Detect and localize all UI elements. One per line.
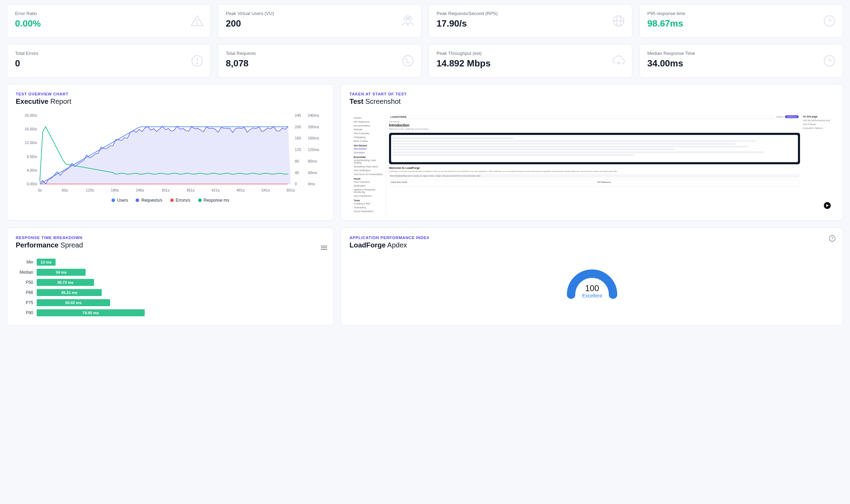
metric-value: 8,078 <box>226 58 413 69</box>
perf-row: P7550.92 ms <box>16 297 325 308</box>
metric-value: 0 <box>15 58 203 69</box>
svg-text:240ms: 240ms <box>308 113 319 117</box>
mini-side-item: Test Verification <box>354 168 384 172</box>
mini-tile: API Reference <box>596 180 800 187</box>
executive-chart[interactable]: 20.00/s16.00/s12.00/s8.00/s4.00/s0.00/s … <box>16 112 325 203</box>
mini-side-item: Documentation <box>354 124 384 128</box>
mini-tile: Quick Start Guide <box>389 180 593 187</box>
svg-text:361s: 361s <box>186 188 195 192</box>
perf-bar[interactable]: 45.21 ms <box>37 289 102 296</box>
panel-title: Performance Spread <box>16 241 325 249</box>
perf-bar[interactable]: 74.95 ms <box>37 309 145 316</box>
mini-sub: Welcome to the LoadForge documentation. <box>389 128 800 130</box>
svg-marker-50 <box>826 204 829 207</box>
mini-side-item: Book a demo <box>354 139 384 143</box>
svg-text:541s: 541s <box>261 188 270 192</box>
metric-value: 200 <box>226 18 413 29</box>
perf-row-label: Min <box>16 260 37 265</box>
metric-value: 0.00% <box>15 18 203 29</box>
apdex-gauge: 100 Excellent <box>350 256 834 305</box>
mini-side-item: Scheduling <box>354 206 384 209</box>
mini-side-item: Website <box>354 128 384 131</box>
mini-side-item: API Reference <box>354 120 384 124</box>
perf-row-label: P50 <box>16 280 37 285</box>
legend-item[interactable]: Requests/s <box>136 198 162 203</box>
clock-icon <box>822 14 836 28</box>
metric-value: 17.90/s <box>437 18 624 29</box>
svg-text:240: 240 <box>295 113 301 117</box>
clock-icon <box>822 54 836 68</box>
executive-report-panel: TEST OVERVIEW CHART Executive Report 20.… <box>7 84 334 221</box>
mini-side-item: Creating a Test <box>354 202 384 206</box>
performance-bar-chart[interactable]: Min13 msMedian34 msP5039.73 msP6645.21 m… <box>16 257 325 318</box>
svg-text:?: ? <box>831 236 833 240</box>
mini-logo: LOADFORGE <box>390 116 406 118</box>
apdex-panel: APPLICATION PERFORMANCE INDEX LoadForge … <box>341 228 843 326</box>
perf-row-label: P66 <box>16 290 37 295</box>
metric-label: Peak Virtual Users (VU) <box>226 11 413 16</box>
mini-side-item: Verification <box>354 184 384 188</box>
perf-bar[interactable]: 13 ms <box>37 259 56 266</box>
test-screenshot-panel: TAKEN AT START OF TEST Test Screenshot G… <box>341 84 843 221</box>
mini-side-item: Quickstart <box>354 151 384 154</box>
svg-text:481s: 481s <box>237 188 245 192</box>
panel-title: Executive Report <box>16 98 325 106</box>
svg-text:120: 120 <box>295 147 301 152</box>
svg-text:40ms: 40ms <box>308 171 317 175</box>
svg-text:160ms: 160ms <box>308 136 319 140</box>
legend-item[interactable]: Errors/s <box>170 198 190 203</box>
svg-text:12.00/s: 12.00/s <box>25 141 37 145</box>
svg-text:80ms: 80ms <box>308 159 317 163</box>
metric-card: Peak Virtual Users (VU)200 <box>218 4 422 38</box>
metric-label: P95 response time <box>647 11 835 16</box>
svg-text:0: 0 <box>295 182 297 186</box>
perf-row-label: P90 <box>16 310 37 315</box>
perf-bar[interactable]: 39.73 ms <box>37 279 94 286</box>
mini-dashboard: Dashboard <box>785 115 799 118</box>
svg-text:60s: 60s <box>62 188 68 192</box>
mini-side-item: Introduction <box>354 147 384 151</box>
svg-text:0s: 0s <box>38 188 42 192</box>
metric-label: Peak Throughput (est) <box>437 51 624 56</box>
globe-icon <box>612 14 626 28</box>
metric-label: Error Ratio <box>15 11 203 16</box>
metric-card: Peak Throughput (est)14.892 Mbps <box>428 44 632 78</box>
mini-right-item: On this page <box>803 115 831 118</box>
metric-value: 14.892 Mbps <box>437 58 624 69</box>
svg-text:601s: 601s <box>287 188 295 192</box>
perf-bar[interactable]: 34 ms <box>37 269 86 276</box>
svg-text:8.00/s: 8.00/s <box>27 154 37 159</box>
panel-caption: APPLICATION PERFORMANCE INDEX <box>350 236 834 240</box>
perf-bar[interactable]: 50.92 ms <box>37 299 110 306</box>
svg-text:80: 80 <box>295 159 299 163</box>
svg-text:200ms: 200ms <box>308 125 319 129</box>
svg-text:301s: 301s <box>161 188 170 192</box>
alert-circle-icon <box>190 54 204 68</box>
mini-side-item: Host Overview <box>354 180 384 184</box>
panel-title: LoadForge Apdex <box>350 241 834 249</box>
performance-spread-panel: RESPONSE TIME BREAKDOWN Performance Spre… <box>7 228 334 326</box>
mini-search <box>409 115 773 118</box>
svg-text:421s: 421s <box>211 188 220 192</box>
mini-title: Introduction <box>389 123 800 127</box>
svg-point-13 <box>197 63 198 64</box>
panel-title: Test Screenshot <box>350 98 834 106</box>
legend-item[interactable]: Users <box>111 198 128 203</box>
screenshot-thumbnail[interactable]: GuidesAPI ReferenceDocumentationWebsiteT… <box>350 111 834 213</box>
mini-side-item: Changelog <box>354 135 384 139</box>
metric-card: P95 response time98.67ms <box>639 4 843 38</box>
mini-side-item: Test Examples <box>354 131 384 135</box>
chart-menu-icon[interactable] <box>321 245 327 251</box>
help-icon[interactable]: ? <box>829 235 836 243</box>
panel-caption: RESPONSE TIME BREAKDOWN <box>16 236 325 240</box>
play-icon[interactable] <box>824 202 831 209</box>
mini-side-item: Uptime & Response Monitoring <box>354 188 384 194</box>
mini-side-item: Simulating Real Users <box>354 165 384 168</box>
perf-row: P5039.73 ms <box>16 277 325 287</box>
download-cloud-icon <box>612 54 626 68</box>
apdex-score: 100 <box>585 283 599 293</box>
metric-value: 98.67ms <box>647 18 835 29</box>
svg-text:20.00/s: 20.00/s <box>25 113 37 117</box>
legend-item[interactable]: Response ms <box>198 198 229 203</box>
metric-label: Peak Requests/Second (RPS) <box>437 11 624 16</box>
